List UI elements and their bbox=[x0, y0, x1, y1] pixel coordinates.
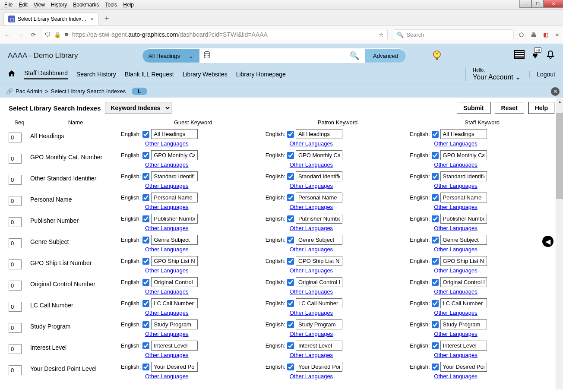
home-icon[interactable] bbox=[8, 70, 16, 79]
pocket-icon[interactable]: ⬡ bbox=[519, 32, 524, 38]
kw-input-staff[interactable] bbox=[440, 214, 487, 224]
kw-checkbox-patron[interactable] bbox=[287, 215, 294, 222]
browser-search-box[interactable]: 🔍 Search bbox=[393, 29, 514, 40]
kw-input-guest[interactable] bbox=[151, 256, 198, 266]
seq-input[interactable] bbox=[9, 175, 22, 185]
favorites-icon[interactable]: ♥F9 bbox=[532, 50, 538, 61]
kw-checkbox-guest[interactable] bbox=[142, 364, 149, 370]
kw-checkbox-staff[interactable] bbox=[432, 300, 439, 307]
kw-checkbox-patron[interactable] bbox=[287, 173, 294, 180]
other-languages-link[interactable]: Other Languages bbox=[434, 267, 477, 274]
kw-checkbox-guest[interactable] bbox=[142, 279, 149, 286]
permissions-icon[interactable]: ⚙ bbox=[64, 32, 69, 38]
other-languages-link[interactable]: Other Languages bbox=[290, 267, 333, 274]
menu-edit[interactable]: Edit bbox=[16, 1, 30, 9]
seq-input[interactable] bbox=[9, 323, 22, 333]
kw-input-staff[interactable] bbox=[440, 129, 487, 139]
tab-close-icon[interactable]: × bbox=[90, 16, 94, 22]
other-languages-link[interactable]: Other Languages bbox=[434, 246, 477, 253]
other-languages-link[interactable]: Other Languages bbox=[290, 161, 333, 168]
menu-help[interactable]: Help bbox=[120, 1, 136, 9]
search-submit-icon[interactable]: 🔍 bbox=[344, 48, 365, 63]
other-languages-link[interactable]: Other Languages bbox=[145, 246, 188, 253]
other-languages-link[interactable]: Other Languages bbox=[145, 288, 188, 295]
advanced-search-button[interactable]: Advanced bbox=[365, 49, 406, 63]
back-button[interactable]: ← bbox=[4, 32, 10, 38]
kw-checkbox-guest[interactable] bbox=[142, 258, 149, 265]
other-languages-link[interactable]: Other Languages bbox=[145, 204, 188, 210]
kw-input-guest[interactable] bbox=[151, 171, 198, 181]
kw-checkbox-guest[interactable] bbox=[142, 173, 149, 180]
account-dropdown[interactable]: Hello, Your Account ⌄ bbox=[473, 67, 521, 81]
seq-input[interactable] bbox=[9, 133, 22, 142]
kw-input-patron[interactable] bbox=[296, 214, 342, 224]
url-bar[interactable]: 🛡 🔒 ⚙ https://qa-stwi-agent.auto-graphic… bbox=[41, 29, 388, 40]
other-languages-link[interactable]: Other Languages bbox=[145, 183, 188, 189]
kw-input-staff[interactable] bbox=[440, 235, 487, 245]
kw-input-staff[interactable] bbox=[440, 277, 487, 287]
index-type-select[interactable]: Keyword Indexes bbox=[105, 102, 171, 114]
other-languages-link[interactable]: Other Languages bbox=[434, 183, 477, 189]
other-languages-link[interactable]: Other Languages bbox=[145, 140, 188, 147]
kw-input-guest[interactable] bbox=[151, 129, 198, 139]
kw-checkbox-staff[interactable] bbox=[432, 152, 439, 159]
kw-input-staff[interactable] bbox=[440, 193, 487, 202]
kw-checkbox-patron[interactable] bbox=[287, 279, 294, 286]
kw-checkbox-staff[interactable] bbox=[432, 173, 439, 180]
nav-blank-ill[interactable]: Blank ILL Request bbox=[125, 71, 174, 78]
kw-input-guest[interactable] bbox=[151, 235, 198, 245]
other-languages-link[interactable]: Other Languages bbox=[290, 183, 333, 189]
scroll-up-icon[interactable]: ▴ bbox=[556, 98, 563, 105]
kw-checkbox-staff[interactable] bbox=[432, 258, 439, 265]
logout-link[interactable]: Logout bbox=[529, 71, 555, 78]
kw-input-staff[interactable] bbox=[440, 256, 487, 266]
kw-checkbox-staff[interactable] bbox=[432, 342, 439, 349]
kw-input-patron[interactable] bbox=[296, 319, 342, 329]
seq-input[interactable] bbox=[9, 259, 22, 269]
kw-checkbox-guest[interactable] bbox=[142, 321, 149, 328]
kw-checkbox-guest[interactable] bbox=[142, 131, 149, 138]
extension-icon[interactable]: ◧ bbox=[543, 32, 548, 38]
window-minimize[interactable]: — bbox=[519, 0, 531, 8]
reload-button[interactable]: ⟳ bbox=[31, 32, 36, 38]
other-languages-link[interactable]: Other Languages bbox=[290, 310, 333, 316]
kw-input-patron[interactable] bbox=[296, 298, 342, 308]
notifications-icon[interactable] bbox=[546, 50, 555, 62]
other-languages-link[interactable]: Other Languages bbox=[290, 288, 333, 295]
kw-checkbox-staff[interactable] bbox=[432, 131, 439, 138]
kw-checkbox-guest[interactable] bbox=[142, 215, 149, 222]
kw-input-guest[interactable] bbox=[151, 277, 198, 287]
other-languages-link[interactable]: Other Languages bbox=[434, 161, 477, 168]
kw-checkbox-staff[interactable] bbox=[432, 321, 439, 328]
kw-input-staff[interactable] bbox=[440, 171, 487, 181]
kw-checkbox-guest[interactable] bbox=[142, 300, 149, 307]
other-languages-link[interactable]: Other Languages bbox=[145, 310, 188, 316]
kw-checkbox-patron[interactable] bbox=[287, 321, 294, 328]
other-languages-link[interactable]: Other Languages bbox=[145, 267, 188, 274]
seq-input[interactable] bbox=[9, 217, 22, 227]
other-languages-link[interactable]: Other Languages bbox=[290, 246, 333, 253]
nav-library-homepage[interactable]: Library Homepage bbox=[236, 71, 286, 78]
shield-icon[interactable]: 🛡 bbox=[45, 32, 51, 38]
kw-checkbox-patron[interactable] bbox=[287, 342, 294, 349]
kw-input-patron[interactable] bbox=[296, 277, 342, 287]
menu-bookmarks[interactable]: Bookmarks bbox=[70, 1, 101, 9]
other-languages-link[interactable]: Other Languages bbox=[434, 331, 477, 337]
help-button[interactable]: Help bbox=[528, 102, 554, 114]
seq-input[interactable] bbox=[9, 196, 22, 206]
kw-input-guest[interactable] bbox=[151, 214, 198, 224]
kw-input-patron[interactable] bbox=[296, 235, 342, 245]
kw-checkbox-patron[interactable] bbox=[287, 258, 294, 265]
other-languages-link[interactable]: Other Languages bbox=[290, 331, 333, 337]
new-tab-button[interactable]: + bbox=[101, 14, 113, 23]
menu-file[interactable]: File bbox=[2, 1, 15, 9]
kw-input-staff[interactable] bbox=[440, 362, 487, 372]
other-languages-link[interactable]: Other Languages bbox=[290, 140, 333, 147]
browser-tab[interactable]: ◫ Select Library Search Indexes | S × bbox=[3, 13, 98, 25]
kw-input-guest[interactable] bbox=[151, 341, 198, 351]
balloon-icon[interactable] bbox=[433, 50, 441, 61]
kw-input-patron[interactable] bbox=[296, 362, 342, 372]
kw-input-staff[interactable] bbox=[440, 319, 487, 329]
breadcrumb-close-icon[interactable]: ✕ bbox=[551, 87, 560, 96]
kw-checkbox-patron[interactable] bbox=[287, 131, 294, 138]
